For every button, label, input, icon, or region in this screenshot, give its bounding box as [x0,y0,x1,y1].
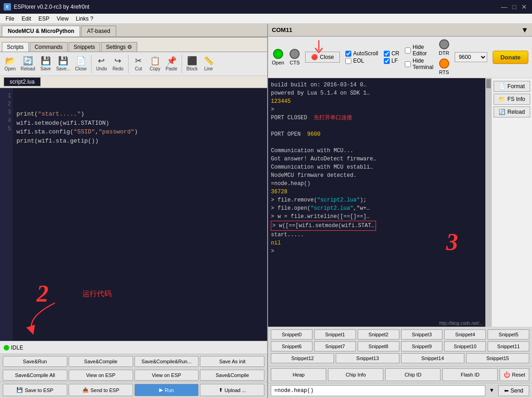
close-window-button[interactable]: ✕ [520,3,528,11]
heap-button[interactable]: Heap [271,368,326,381]
toolbar-undo-label: Undo [96,66,107,71]
lf-checkbox[interactable] [384,58,390,64]
donate-button[interactable]: Donate [493,51,528,64]
close-button[interactable]: 🔴 Close [305,52,340,63]
cut-icon: ✂ [135,56,142,66]
flash-id-button[interactable]: Flash ID [442,368,498,381]
tab-snippets[interactable]: Snippets [69,42,100,52]
toolbar-paste[interactable]: 📌 Paste [164,55,179,73]
snippet-9[interactable]: Snippet9 [401,341,443,351]
com-dropdown-icon[interactable]: ▼ [521,26,528,34]
hide-terminal-checkbox[interactable] [405,61,411,67]
code-content[interactable]: print("start.....") wifi.setmode(wifi.ST… [13,88,267,341]
cmd-input[interactable] [271,385,485,396]
tab-commands[interactable]: Commands [30,42,68,52]
cts-button[interactable]: CTS [290,49,300,65]
minimize-button[interactable]: — [500,3,508,11]
terminal-scrollbar[interactable] [485,78,492,327]
autoscroll-checkbox[interactable] [345,51,351,57]
view-on-esp-button2[interactable]: View on ESP [134,370,199,381]
menu-esp[interactable]: ESP [35,15,53,23]
chip-id-button[interactable]: Chip ID [385,368,441,381]
save-compile-run-button[interactable]: Save&Compile&Run... [134,356,199,367]
toolbar-close[interactable]: 📄 Close [74,55,88,73]
save-run-button[interactable]: Save&Run [3,356,67,367]
send-button[interactable]: ⬅ Send [498,385,529,396]
save-as-init-button[interactable]: Save As init [200,356,264,367]
chip-info-button[interactable]: Chip Info [328,368,383,381]
run-button[interactable]: ▶ Run [134,384,199,396]
toolbar-save[interactable]: 💾 Save [38,55,53,73]
snippet-0[interactable]: Snippet0 [271,329,312,340]
reload-button[interactable]: 🔄 Reload [494,106,530,117]
snippet-14[interactable]: Snippet14 [401,353,464,363]
snippet-1[interactable]: Snippet1 [314,329,356,340]
eol-checkbox[interactable] [345,58,351,64]
code-line-5: print(wifi.sta.getip()) [16,138,98,144]
snippet-2[interactable]: Snippet2 [358,329,399,340]
toolbar-line[interactable]: 📏 Line [201,55,216,73]
snippet-15[interactable]: Snippet15 [466,353,529,363]
status-bar: IDLE [0,341,267,354]
fs-info-button[interactable]: 📁 FS Info [494,94,530,105]
tab-scripts[interactable]: Scripts [2,42,29,52]
toolbar-redo[interactable]: ↪ Redo [111,55,125,73]
save-compile-button[interactable]: Save&Compile [69,356,133,367]
file-tab-item[interactable]: script2.lua [4,77,41,86]
sub-tabs: Scripts Commands Snippets Settings ⚙ [0,37,267,52]
snippet-8[interactable]: Snippet8 [358,341,399,351]
snippet-7[interactable]: Snippet7 [314,341,356,351]
scroll-thumb[interactable] [486,79,491,88]
snippet-row-3: Snippet12 Snippet13 Snippet14 Snippet15 [271,353,529,363]
open-button[interactable]: Open [272,49,284,65]
cr-checkbox[interactable] [384,51,390,57]
snippet-3[interactable]: Snippet3 [401,329,443,340]
terminal[interactable]: build built on: 2016-03-14 0… powered by… [268,78,485,327]
upload-button[interactable]: ⬆ Upload ... [200,384,264,396]
code-editor[interactable]: 1 2 3 4 5 print("start.....") wifi.setmo… [0,88,267,341]
snippet-4[interactable]: Snippet4 [444,329,486,340]
snippet-12[interactable]: Snippet12 [271,353,334,363]
send-label: Send [511,387,523,394]
menu-file[interactable]: File [2,15,18,23]
snippet-13[interactable]: Snippet13 [336,353,399,363]
maximize-button[interactable]: □ [510,3,518,11]
close-icon-red: 🔴 [311,54,318,60]
cmd-dropdown-icon[interactable]: ▼ [487,385,496,396]
autoscroll-row: AutoScroll [345,50,378,57]
toolbar-save-as-label: Save... [56,66,70,71]
menu-view[interactable]: View [53,15,72,23]
tab-at-based[interactable]: AT-based [81,26,116,37]
snippet-5[interactable]: Snippet5 [488,329,529,340]
snippet-6[interactable]: Snippet6 [271,341,312,351]
toolbar-copy[interactable]: 📋 Copy [148,55,162,73]
menu-edit[interactable]: Edit [18,15,35,23]
snippet-10[interactable]: Snippet10 [444,341,486,351]
cr-row: CR [384,50,399,57]
toolbar-cut[interactable]: ✂ Cut [131,55,146,73]
save-to-esp-button[interactable]: 💾 Save to ESP [3,384,67,396]
send-to-esp-button[interactable]: 📤 Send to ESP [69,384,133,396]
save-compile-button2[interactable]: Save&Compile [200,370,264,381]
menu-links[interactable]: Links ? [72,15,97,23]
dtr-button[interactable]: DTR [439,39,449,56]
rts-button[interactable]: RTS [439,58,449,75]
tab-settings[interactable]: Settings ⚙ [101,42,138,52]
line-num-1: 1 [2,92,11,100]
toolbar-reload[interactable]: 🔄 Reload [19,55,37,73]
toolbar-undo[interactable]: ↩ Undo [94,55,109,73]
title-controls: — □ ✕ [500,3,528,11]
tab-nodemcu[interactable]: NodeMCU & MicroPython [2,26,80,37]
format-button[interactable]: 📄 Format [494,81,530,92]
reset-button[interactable]: ⏻ Reset [500,368,529,381]
save-compile-all-button[interactable]: Save&Compile All [3,370,67,381]
snippet-11[interactable]: Snippet11 [488,341,529,351]
toolbar-block[interactable]: ⬛ Block [185,55,199,73]
view-on-esp-button1[interactable]: View on ESP [69,370,133,381]
toolbar-open[interactable]: 📂 Open [3,55,17,73]
app-title: ESPlorer v0.2.0-rc3 by 4refr0nt [14,4,89,10]
hide-editor-checkbox[interactable] [405,48,411,53]
toolbar-save-as[interactable]: 💾 Save... [55,55,72,73]
baud-select[interactable]: 9600 19200 38400 57600 115200 [455,52,487,62]
reset-icon: ⏻ [504,371,510,378]
